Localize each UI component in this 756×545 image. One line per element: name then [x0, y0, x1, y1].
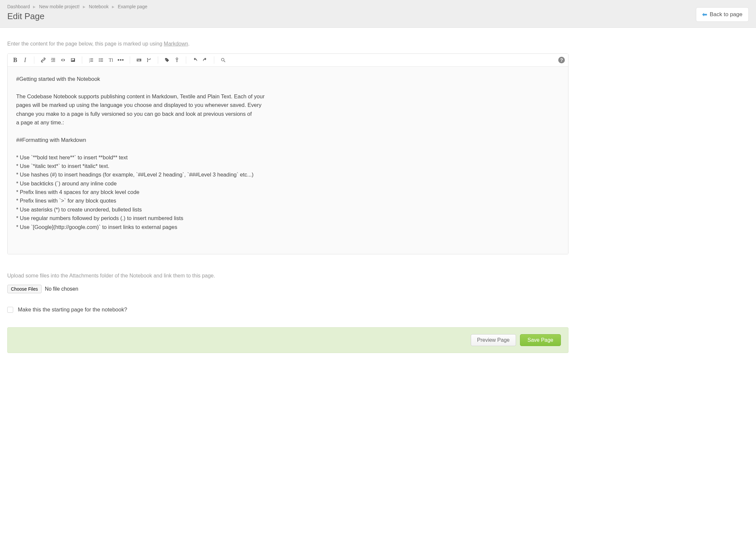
search-icon — [221, 57, 226, 63]
tag-icon — [164, 57, 170, 63]
branch-icon — [146, 57, 152, 63]
bold-button[interactable]: B — [11, 56, 19, 64]
keyboard-icon — [136, 57, 142, 63]
unordered-list-button[interactable] — [97, 56, 105, 64]
link-button[interactable] — [39, 56, 48, 64]
choose-files-button[interactable]: Choose Files — [7, 285, 42, 293]
key-icon — [174, 57, 180, 63]
helper-text: Enter the content for the page below, th… — [7, 41, 568, 47]
svg-point-4 — [147, 61, 148, 62]
svg-point-3 — [147, 58, 148, 59]
help-button[interactable]: ? — [558, 57, 565, 63]
chevron-right-icon: ▶ — [33, 5, 36, 9]
breadcrumb-item-dashboard[interactable]: Dashboard — [7, 4, 30, 9]
toolbar-separator — [82, 56, 82, 64]
svg-point-7 — [222, 58, 224, 61]
save-page-button[interactable]: Save Page — [520, 334, 561, 346]
toolbar-separator — [158, 56, 158, 64]
footer-bar: Preview Page Save Page — [7, 327, 568, 353]
indent-icon — [51, 57, 56, 63]
branch-button[interactable] — [145, 56, 153, 64]
starting-page-label: Make this the starting page for the note… — [18, 306, 127, 313]
arrow-left-icon: ⬅ — [702, 11, 707, 18]
chevron-right-icon: ▶ — [83, 5, 86, 9]
markdown-link[interactable]: Markdown — [164, 41, 188, 47]
breadcrumb-item-notebook[interactable]: Notebook — [89, 4, 109, 9]
breadcrumb-item-project[interactable]: New mobile project! — [39, 4, 80, 9]
svg-point-0 — [99, 58, 100, 59]
toolbar-separator — [186, 56, 186, 64]
helper-prefix: Enter the content for the page below, th… — [7, 41, 164, 47]
starting-page-checkbox[interactable] — [7, 307, 13, 313]
helper-suffix: . — [188, 41, 189, 47]
undo-icon — [192, 57, 198, 63]
italic-button[interactable]: I — [21, 56, 29, 64]
code-button[interactable] — [59, 56, 67, 64]
keyboard-button[interactable] — [135, 56, 143, 64]
breadcrumb-item-page[interactable]: Example page — [118, 4, 148, 9]
search-button[interactable] — [219, 56, 227, 64]
svg-point-6 — [176, 58, 178, 59]
help-icon: ? — [560, 57, 563, 63]
code-icon — [60, 57, 66, 63]
editor-panel: B I Tl ••• — [7, 53, 568, 255]
link-icon — [41, 57, 46, 63]
redo-button[interactable] — [201, 56, 209, 64]
indent-button[interactable] — [49, 56, 57, 64]
page-title: Edit Page — [7, 11, 749, 21]
back-button-label: Back to page — [710, 11, 742, 18]
undo-button[interactable] — [191, 56, 199, 64]
chevron-right-icon: ▶ — [112, 5, 115, 9]
heading-button[interactable]: Tl — [107, 56, 115, 64]
ordered-list-icon — [88, 57, 94, 63]
editor-textarea[interactable]: #Getting started with the Notebook The C… — [8, 67, 568, 254]
ordered-list-button[interactable] — [87, 56, 95, 64]
toolbar-separator — [34, 56, 34, 64]
key-button[interactable] — [173, 56, 181, 64]
unordered-list-icon — [98, 57, 104, 63]
file-chosen-status: No file chosen — [45, 286, 78, 292]
editor-toolbar: B I Tl ••• — [8, 54, 568, 67]
more-button[interactable]: ••• — [117, 56, 125, 64]
redo-icon — [202, 57, 208, 63]
svg-point-2 — [99, 61, 100, 62]
toolbar-separator — [130, 56, 130, 64]
toolbar-separator — [214, 56, 214, 64]
upload-help-text: Upload some files into the Attachments f… — [7, 273, 568, 279]
back-to-page-button[interactable]: ⬅ Back to page — [696, 7, 749, 22]
image-icon — [70, 57, 76, 63]
image-button[interactable] — [69, 56, 77, 64]
breadcrumb: Dashboard ▶ New mobile project! ▶ Notebo… — [7, 4, 749, 9]
tag-button[interactable] — [163, 56, 171, 64]
preview-page-button[interactable]: Preview Page — [471, 334, 516, 346]
svg-point-1 — [99, 60, 100, 61]
